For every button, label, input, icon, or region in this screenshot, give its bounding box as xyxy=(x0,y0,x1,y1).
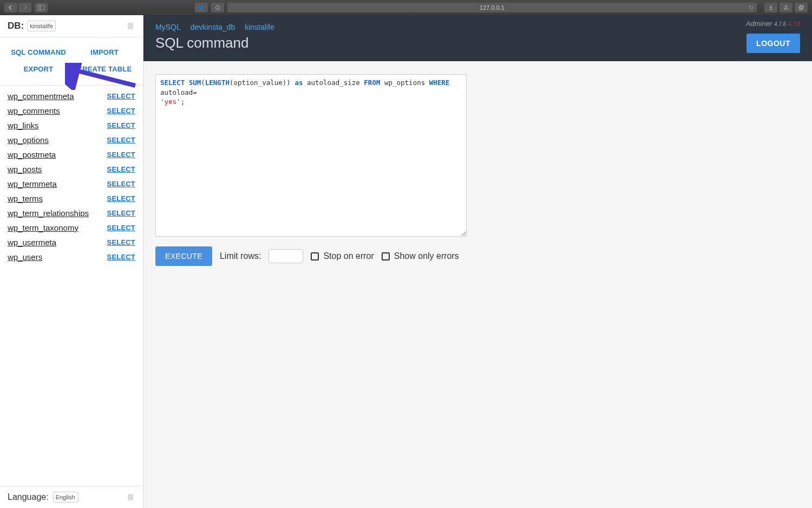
table-select-link[interactable]: SELECT xyxy=(107,107,135,115)
share-icon[interactable] xyxy=(780,3,793,12)
url-text: 127.0.0.1 xyxy=(480,4,505,11)
table-select-link[interactable]: SELECT xyxy=(107,253,135,261)
table-name-link[interactable]: wp_postmeta xyxy=(8,150,56,159)
export-link[interactable]: EXPORT xyxy=(5,61,71,77)
url-bar[interactable]: 127.0.0.1 ↻ xyxy=(227,3,757,12)
breadcrumb-link[interactable]: kinstalife xyxy=(245,23,274,31)
sidebar-toggle-icon[interactable] xyxy=(35,3,48,12)
table-name-link[interactable]: wp_usermeta xyxy=(8,238,56,247)
sql-command-link[interactable]: SQL COMMAND xyxy=(5,44,71,61)
table-select-link[interactable]: SELECT xyxy=(107,121,135,129)
svg-point-3 xyxy=(216,6,220,10)
table-row: wp_optionsSELECT xyxy=(0,133,143,147)
tables-list: wp_commentmetaSELECTwp_commentsSELECTwp_… xyxy=(0,86,143,486)
table-row: wp_usersSELECT xyxy=(0,250,143,264)
forward-button[interactable] xyxy=(18,3,31,12)
table-select-link[interactable]: SELECT xyxy=(107,224,135,232)
table-name-link[interactable]: wp_users xyxy=(8,252,42,262)
import-link[interactable]: IMPORT xyxy=(71,44,137,61)
table-row: wp_linksSELECT xyxy=(0,118,143,133)
brand: Adminer 4.7.6 4.7.8 xyxy=(746,19,800,28)
language-label: Language: xyxy=(8,492,49,502)
table-select-link[interactable]: SELECT xyxy=(107,238,135,246)
refresh-icon[interactable]: ↻ xyxy=(749,4,754,11)
breadcrumb-link[interactable]: MySQL xyxy=(155,23,181,31)
table-row: wp_term_taxonomySELECT xyxy=(0,220,143,235)
table-select-link[interactable]: SELECT xyxy=(107,92,135,100)
svg-point-2 xyxy=(199,5,204,10)
browser-toolbar: 127.0.0.1 ↻ xyxy=(0,0,812,15)
sidebar: DB: kinstalife SQL COMMAND IMPORT EXPORT… xyxy=(0,15,143,508)
execute-button[interactable]: EXECUTE xyxy=(155,246,212,266)
language-select[interactable]: English xyxy=(53,492,78,503)
svg-rect-5 xyxy=(800,5,803,9)
table-row: wp_termsSELECT xyxy=(0,191,143,206)
table-name-link[interactable]: wp_terms xyxy=(8,194,43,203)
table-select-link[interactable]: SELECT xyxy=(107,209,135,217)
table-select-link[interactable]: SELECT xyxy=(107,165,135,173)
limit-rows-label: Limit rows: xyxy=(220,251,261,261)
db-select[interactable]: kinstalife xyxy=(27,21,56,31)
shield-icon[interactable] xyxy=(195,3,208,12)
table-row: wp_commentmetaSELECT xyxy=(0,89,143,103)
table-name-link[interactable]: wp_term_relationships xyxy=(8,209,89,218)
header: MySQLdevkinsta_dbkinstalife SQL command … xyxy=(143,15,812,61)
table-name-link[interactable]: wp_term_taxonomy xyxy=(8,223,78,232)
table-row: wp_commentsSELECT xyxy=(0,103,143,118)
breadcrumbs: MySQLdevkinsta_dbkinstalife xyxy=(155,23,800,31)
table-name-link[interactable]: wp_posts xyxy=(8,165,42,174)
stop-on-error-checkbox[interactable]: Stop on error xyxy=(311,251,374,261)
table-row: wp_postsSELECT xyxy=(0,162,143,177)
table-name-link[interactable]: wp_termmeta xyxy=(8,179,57,188)
tabs-icon[interactable] xyxy=(795,3,808,12)
reader-icon[interactable] xyxy=(211,3,224,12)
create-table-link[interactable]: CREATE TABLE xyxy=(71,61,137,77)
table-name-link[interactable]: wp_links xyxy=(8,121,39,130)
table-row: wp_postmetaSELECT xyxy=(0,147,143,162)
sql-textarea[interactable]: SELECT SUM(LENGTH(option_value)) as auto… xyxy=(155,74,467,237)
table-name-link[interactable]: wp_options xyxy=(8,135,49,145)
show-only-errors-checkbox[interactable]: Show only errors xyxy=(382,251,459,261)
svg-rect-4 xyxy=(799,6,802,10)
table-name-link[interactable]: wp_comments xyxy=(8,106,60,115)
table-row: wp_usermetaSELECT xyxy=(0,235,143,250)
table-select-link[interactable]: SELECT xyxy=(107,151,135,159)
breadcrumb-link[interactable]: devkinsta_db xyxy=(191,23,235,31)
table-row: wp_termmetaSELECT xyxy=(0,177,143,191)
download-icon[interactable] xyxy=(764,3,777,12)
table-name-link[interactable]: wp_commentmeta xyxy=(8,92,74,101)
logout-button[interactable]: LOGOUT xyxy=(746,34,800,53)
db-label: DB: xyxy=(8,21,24,31)
table-select-link[interactable]: SELECT xyxy=(107,180,135,188)
page-title: SQL command xyxy=(155,35,800,51)
table-row: wp_term_relationshipsSELECT xyxy=(0,206,143,220)
limit-rows-input[interactable] xyxy=(269,249,303,263)
back-button[interactable] xyxy=(4,3,17,12)
svg-rect-0 xyxy=(38,5,44,10)
table-select-link[interactable]: SELECT xyxy=(107,194,135,203)
table-select-link[interactable]: SELECT xyxy=(107,136,135,144)
